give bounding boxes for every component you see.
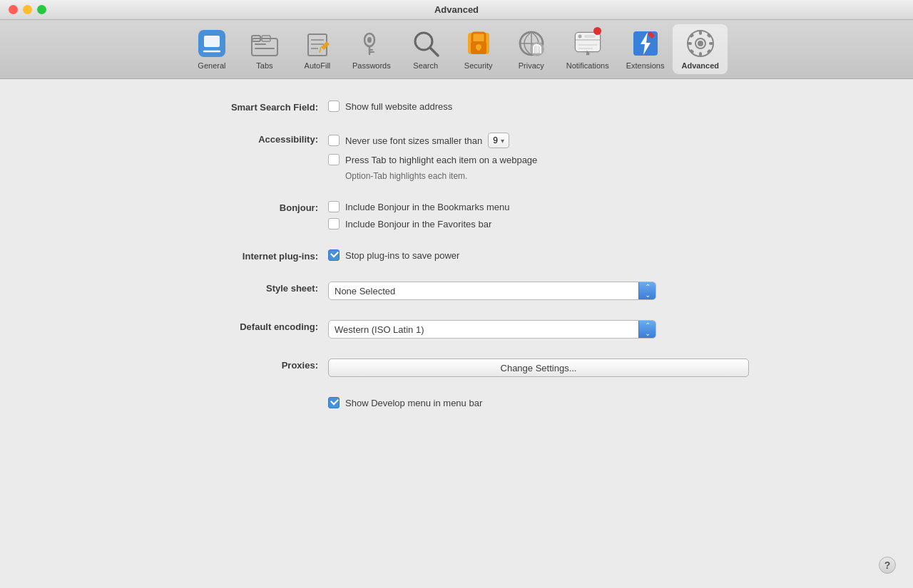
svg-rect-45: [706, 33, 711, 38]
toolbar-label-security: Security: [464, 61, 493, 70]
window-title: Advanced: [434, 4, 479, 15]
svg-rect-32: [584, 35, 596, 38]
show-develop-checkbox[interactable]: [328, 397, 340, 408]
content-area: Smart Search Field: Show full website ad…: [0, 79, 913, 588]
proxies-row: Proxies: Change Settings...: [164, 359, 749, 377]
proxies-label: Proxies:: [164, 359, 328, 371]
toolbar-item-autofill[interactable]: AutoFill: [291, 24, 344, 74]
never-use-font-label[interactable]: Never use font sizes smaller than: [345, 135, 482, 146]
accessibility-row: Accessibility: Never use font sizes smal…: [164, 133, 749, 181]
font-size-select[interactable]: 9 ▾: [488, 133, 509, 148]
maximize-button[interactable]: [37, 5, 46, 14]
stop-plugins-checkbox[interactable]: [328, 249, 340, 261]
style-sheet-select[interactable]: None Selected: [328, 282, 656, 300]
press-tab-row: Press Tab to highlight each item on a we…: [328, 154, 749, 165]
default-encoding-arrow[interactable]: [638, 321, 656, 338]
close-button[interactable]: [9, 5, 18, 14]
internet-plugins-row: Internet plug-ins: Stop plug-ins to save…: [164, 249, 749, 262]
svg-rect-42: [688, 42, 692, 45]
toolbar-label-notifications: Notifications: [566, 61, 609, 70]
default-encoding-label: Default encoding:: [164, 320, 328, 332]
develop-label: [164, 397, 328, 398]
show-develop-row: Show Develop menu in menu bar: [328, 397, 749, 408]
press-tab-label[interactable]: Press Tab to highlight each item on a we…: [345, 155, 537, 165]
change-settings-button[interactable]: Change Settings...: [328, 359, 749, 377]
stop-plugins-row: Stop plug-ins to save power: [328, 249, 749, 261]
bonjour-favorites-label[interactable]: Include Bonjour in the Favorites bar: [345, 219, 491, 229]
toolbar-item-privacy[interactable]: Privacy: [505, 24, 558, 74]
develop-row: Show Develop menu in menu bar: [164, 397, 749, 408]
toolbar-item-passwords[interactable]: Passwords: [344, 24, 399, 74]
show-full-address-row: Show full website address: [328, 100, 749, 112]
toolbar-label-autofill: AutoFill: [305, 61, 331, 70]
svg-rect-40: [699, 31, 702, 35]
window-controls: [9, 5, 46, 14]
show-full-address-checkbox[interactable]: [328, 100, 340, 112]
style-sheet-value: None Selected: [329, 286, 638, 296]
toolbar-label-privacy: Privacy: [519, 61, 544, 70]
show-develop-label[interactable]: Show Develop menu in menu bar: [345, 398, 482, 408]
notification-badge: [593, 27, 601, 35]
default-encoding-controls: Western (ISO Latin 1): [328, 320, 749, 339]
bonjour-favorites-checkbox[interactable]: [328, 218, 340, 229]
toolbar-item-tabs[interactable]: Tabs: [238, 24, 291, 74]
toolbar-label-passwords: Passwords: [352, 61, 391, 70]
develop-controls: Show Develop menu in menu bar: [328, 397, 749, 408]
search-icon: [411, 29, 441, 58]
bonjour-controls: Include Bonjour in the Bookmarks menu In…: [328, 201, 749, 229]
svg-rect-43: [709, 42, 713, 45]
toolbar-label-tabs: Tabs: [256, 61, 272, 70]
toolbar-item-notifications[interactable]: Notifications: [558, 24, 618, 74]
smart-search-field-row: Smart Search Field: Show full website ad…: [164, 100, 749, 113]
style-sheet-controls: None Selected: [328, 282, 749, 300]
svg-rect-47: [706, 48, 711, 53]
bonjour-bookmarks-checkbox[interactable]: [328, 201, 340, 212]
svg-line-19: [430, 48, 438, 56]
press-tab-checkbox[interactable]: [328, 154, 340, 165]
option-tab-note: Option-Tab highlights each item.: [345, 171, 749, 181]
font-size-value: 9: [493, 135, 498, 145]
bonjour-row: Bonjour: Include Bonjour in the Bookmark…: [164, 201, 749, 229]
accessibility-controls: Never use font sizes smaller than 9 ▾ Pr…: [328, 133, 749, 181]
svg-point-31: [578, 35, 581, 38]
minimize-button[interactable]: [23, 5, 32, 14]
style-sheet-arrow[interactable]: [638, 282, 656, 299]
svg-rect-1: [204, 36, 220, 47]
toolbar-item-search[interactable]: Search: [399, 24, 452, 74]
default-encoding-row: Default encoding: Western (ISO Latin 1): [164, 320, 749, 339]
font-size-arrow: ▾: [501, 137, 504, 145]
toolbar-item-security[interactable]: Security: [452, 24, 505, 74]
smart-search-controls: Show full website address: [328, 100, 749, 112]
stop-plugins-label[interactable]: Stop plug-ins to save power: [345, 250, 459, 261]
svg-line-12: [320, 47, 321, 53]
svg-rect-41: [699, 52, 702, 56]
smart-search-label: Smart Search Field:: [164, 100, 328, 113]
toolbar-label-extensions: Extensions: [626, 61, 665, 70]
svg-rect-44: [689, 33, 694, 38]
svg-rect-24: [477, 47, 480, 51]
svg-rect-46: [689, 48, 694, 53]
show-full-address-label[interactable]: Show full website address: [345, 101, 452, 112]
advanced-icon: [685, 29, 715, 58]
internet-plugins-label: Internet plug-ins:: [164, 249, 328, 262]
svg-point-17: [367, 37, 372, 43]
settings-grid: Smart Search Field: Show full website ad…: [136, 100, 777, 408]
style-sheet-row: Style sheet: None Selected: [164, 282, 749, 300]
bonjour-bookmarks-label[interactable]: Include Bonjour in the Bookmarks menu: [345, 202, 510, 212]
never-use-font-checkbox[interactable]: [328, 135, 340, 146]
svg-point-48: [698, 41, 703, 46]
toolbar-item-extensions[interactable]: Extensions: [618, 24, 673, 74]
passwords-icon: [357, 29, 387, 58]
toolbar-label-general: General: [198, 61, 225, 70]
default-encoding-value: Western (ISO Latin 1): [329, 324, 638, 335]
notifications-icon: [573, 29, 603, 58]
default-encoding-select[interactable]: Western (ISO Latin 1): [328, 320, 656, 339]
tabs-icon: [250, 29, 280, 58]
help-button[interactable]: ?: [879, 557, 896, 574]
autofill-icon: [302, 29, 332, 58]
extensions-icon: [631, 29, 660, 58]
toolbar-item-advanced[interactable]: Advanced: [673, 24, 728, 74]
accessibility-label: Accessibility:: [164, 133, 328, 145]
bonjour-bookmarks-row: Include Bonjour in the Bookmarks menu: [328, 201, 749, 212]
toolbar-item-general[interactable]: General: [185, 24, 238, 74]
